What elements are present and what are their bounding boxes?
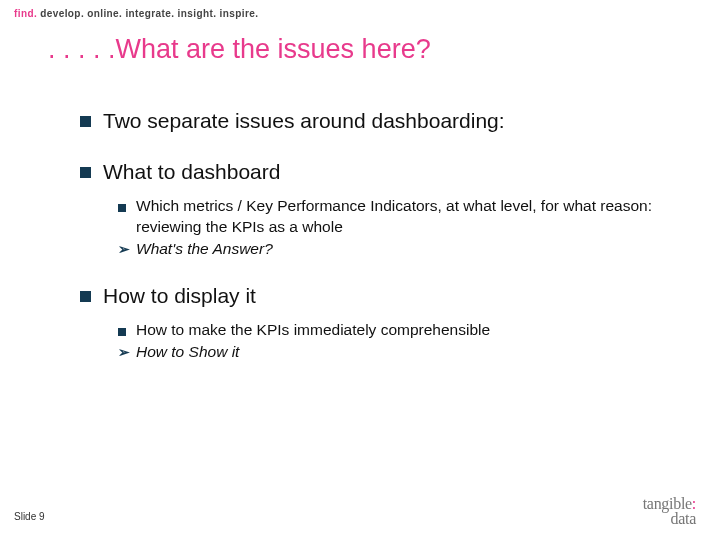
slide-number: Slide 9 bbox=[14, 511, 45, 522]
brand-colon: : bbox=[692, 495, 696, 512]
tagline-accent: find. bbox=[14, 8, 37, 19]
sub-list-item-text: How to Show it bbox=[136, 342, 239, 362]
brand-logo: tangible: data bbox=[643, 496, 696, 526]
sub-list-item-text: Which metrics / Key Performance Indicato… bbox=[136, 196, 656, 236]
list-item: Two separate issues around dashboarding: bbox=[80, 108, 680, 133]
sub-list-item-text: What's the Answer? bbox=[136, 239, 273, 259]
sub-list-item-text: How to make the KPIs immediately compreh… bbox=[136, 320, 490, 340]
list-item-text: How to display it bbox=[103, 283, 256, 308]
square-bullet-icon bbox=[80, 116, 91, 127]
brand-line-2: data bbox=[643, 511, 696, 526]
arrow-bullet-icon: ➢ bbox=[118, 241, 136, 259]
slide-title: . . . . .What are the issues here? bbox=[48, 34, 431, 65]
sub-list: How to make the KPIs immediately compreh… bbox=[118, 320, 680, 362]
content-area: Two separate issues around dashboarding:… bbox=[80, 108, 680, 386]
square-bullet-icon bbox=[118, 322, 136, 338]
square-bullet-icon bbox=[118, 198, 136, 214]
sub-list-item: ➢ How to Show it bbox=[118, 342, 680, 362]
tagline: find. develop. online. integrate. insigh… bbox=[14, 8, 258, 19]
sub-list-item: How to make the KPIs immediately compreh… bbox=[118, 320, 680, 340]
arrow-bullet-icon: ➢ bbox=[118, 344, 136, 362]
list-item-text: What to dashboard bbox=[103, 159, 280, 184]
sub-list-item: Which metrics / Key Performance Indicato… bbox=[118, 196, 680, 236]
sub-list-item: ➢ What's the Answer? bbox=[118, 239, 680, 259]
list-item: How to display it bbox=[80, 283, 680, 308]
square-bullet-icon bbox=[80, 167, 91, 178]
square-bullet-icon bbox=[80, 291, 91, 302]
tagline-rest: develop. online. integrate. insight. ins… bbox=[37, 8, 258, 19]
brand-top: tangible bbox=[643, 495, 692, 512]
slide: find. develop. online. integrate. insigh… bbox=[0, 0, 720, 540]
sub-list: Which metrics / Key Performance Indicato… bbox=[118, 196, 680, 258]
list-item-text: Two separate issues around dashboarding: bbox=[103, 108, 505, 133]
brand-line-1: tangible: bbox=[643, 496, 696, 511]
list-item: What to dashboard bbox=[80, 159, 680, 184]
